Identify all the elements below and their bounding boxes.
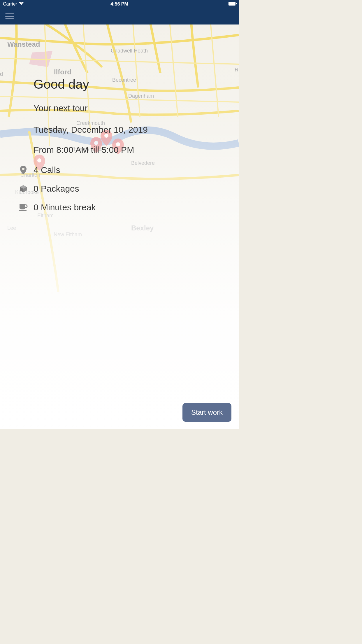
- packages-count: 0 Packages: [34, 184, 79, 194]
- svg-point-22: [22, 168, 24, 170]
- break-row: 0 Minutes break: [34, 202, 239, 212]
- coffee-icon: [13, 204, 34, 211]
- nav-bar: [0, 8, 239, 24]
- main-content: Good day Your next tour Tuesday, Decembe…: [0, 24, 239, 429]
- wifi-icon: [19, 1, 24, 7]
- tour-date: Tuesday, December 10, 2019: [34, 125, 239, 135]
- package-icon: [13, 185, 34, 193]
- calls-row: 4 Calls: [34, 165, 239, 175]
- tour-time-range: From 8:00 AM till 5:00 PM: [34, 145, 239, 155]
- next-tour-subtitle: Your next tour: [34, 103, 239, 113]
- break-minutes: 0 Minutes break: [34, 202, 96, 212]
- packages-row: 0 Packages: [34, 184, 239, 194]
- calls-count: 4 Calls: [34, 165, 60, 175]
- carrier-label: Carrier: [3, 1, 17, 7]
- battery-icon: [228, 2, 236, 6]
- svg-rect-23: [19, 210, 27, 211]
- pin-icon: [13, 166, 34, 174]
- start-work-button[interactable]: Start work: [182, 403, 231, 422]
- greeting-title: Good day: [34, 77, 239, 92]
- status-time: 4:56 PM: [110, 1, 128, 7]
- menu-icon[interactable]: [5, 13, 14, 19]
- status-bar: Carrier 4:56 PM: [0, 0, 239, 8]
